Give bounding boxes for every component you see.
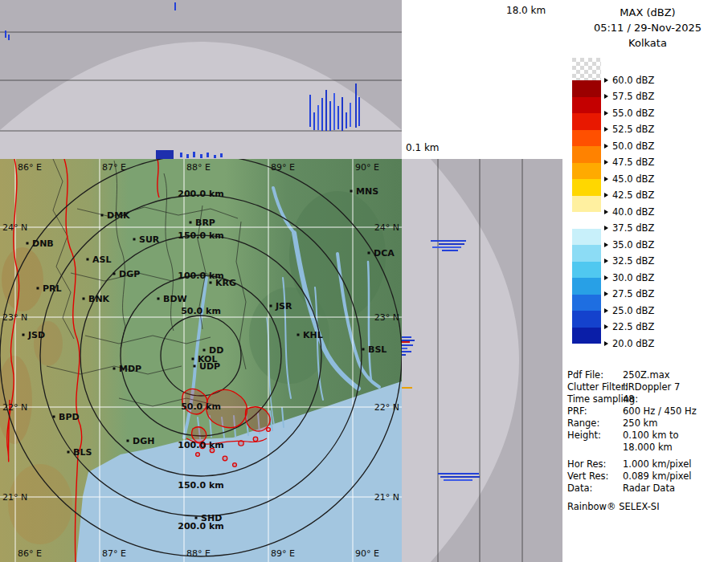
lon-label: 88° E bbox=[186, 548, 211, 559]
height-axis-max-label: 18.0 km bbox=[506, 5, 546, 16]
product-info: Pdf File:250Z.maxClutter Filter:IIRDoppl… bbox=[567, 369, 728, 512]
lon-label: 89° E bbox=[271, 162, 295, 173]
legend-label: 20.0 dBZ bbox=[612, 338, 654, 349]
xz-cross-section-graphic bbox=[0, 0, 402, 159]
info-label: Hor Res: bbox=[567, 458, 606, 470]
radar-map: 86° E86° E87° E87° E88° E88° E89° E89° E… bbox=[0, 159, 402, 562]
info-label: Pdf File: bbox=[567, 369, 603, 381]
city-marker bbox=[195, 517, 198, 519]
lat-label: 22° N bbox=[374, 402, 399, 413]
city-marker bbox=[190, 222, 192, 224]
legend-swatch bbox=[572, 278, 601, 295]
legend-swatch bbox=[572, 113, 601, 130]
product-datetime: 05:11 / 29-Nov-2025 bbox=[567, 20, 728, 35]
city-marker bbox=[83, 298, 85, 300]
lat-label: 23° N bbox=[2, 312, 27, 323]
city-label: MNS bbox=[356, 186, 378, 197]
city-marker bbox=[133, 238, 136, 241]
city-label: DCA bbox=[374, 248, 395, 259]
city-marker bbox=[368, 252, 370, 255]
lon-label: 87° E bbox=[102, 548, 126, 559]
tick-arrow-icon bbox=[604, 94, 608, 99]
info-value: 0.089 km/pixel bbox=[623, 470, 692, 482]
city-label: MDP bbox=[119, 364, 141, 374]
legend-label: 45.0 dBZ bbox=[612, 173, 654, 185]
lat-label: 21° N bbox=[2, 492, 27, 503]
city-label: KRG bbox=[215, 278, 236, 288]
city-label: DGP bbox=[119, 269, 140, 279]
legend-label: 50.0 dBZ bbox=[612, 140, 654, 152]
info-row: Height:0.100 km to bbox=[567, 430, 728, 442]
info-value: Radar Data bbox=[623, 483, 675, 494]
city-label: DMK bbox=[107, 210, 130, 221]
city-marker bbox=[127, 440, 129, 442]
city-marker bbox=[270, 305, 272, 307]
info-row: Data:Radar Data bbox=[567, 483, 728, 495]
legend-label: 25.0 dBZ bbox=[612, 305, 654, 316]
tick-arrow-icon bbox=[604, 324, 608, 329]
info-label: Vert Res: bbox=[567, 470, 608, 482]
city-label: BDW bbox=[163, 294, 187, 304]
lat-label: 22° N bbox=[2, 402, 27, 413]
tick-arrow-icon bbox=[604, 226, 608, 230]
info-value: 1.000 km/pixel bbox=[623, 458, 692, 470]
legend-panel: MAX (dBZ) 05:11 / 29-Nov-2025 Kolkata 60… bbox=[567, 0, 728, 562]
info-row: 18.000 km bbox=[567, 442, 728, 454]
tick-arrow-icon bbox=[604, 259, 608, 263]
legend-label: 55.0 dBZ bbox=[612, 108, 654, 119]
radar-display-window: { "header": { "product": "MAX (dBZ)", "d… bbox=[0, 0, 728, 562]
lon-label: 90° E bbox=[355, 548, 379, 559]
legend-swatch bbox=[572, 179, 601, 196]
city-marker bbox=[67, 451, 70, 454]
legend-label: 60.0 dBZ bbox=[612, 75, 654, 86]
range-ring-label: 150.0 km bbox=[178, 480, 223, 491]
info-label: Clutter Filter: bbox=[567, 381, 628, 393]
info-row: Time sampling:48 bbox=[567, 393, 728, 405]
city-marker bbox=[53, 416, 55, 418]
city-marker bbox=[27, 242, 29, 245]
city-label: DGH bbox=[133, 436, 154, 446]
city-label: BNK bbox=[88, 294, 110, 304]
city-marker bbox=[37, 287, 39, 290]
lon-label: 90° E bbox=[355, 162, 379, 173]
height-axis-min-label: 0.1 km bbox=[406, 142, 440, 153]
lon-label: 89° E bbox=[271, 548, 295, 559]
radar-map-graphic: 86° E86° E87° E87° E88° E88° E89° E89° E… bbox=[0, 159, 402, 562]
range-ring-label: 150.0 km bbox=[178, 230, 223, 241]
legend-swatch bbox=[572, 245, 601, 262]
tick-arrow-icon bbox=[604, 341, 608, 346]
city-label: BRP bbox=[195, 218, 215, 228]
city-marker bbox=[87, 259, 89, 261]
legend-swatch bbox=[572, 212, 601, 229]
tick-arrow-icon bbox=[604, 144, 608, 149]
city-marker bbox=[194, 365, 196, 368]
city-label: BLS bbox=[73, 447, 92, 458]
lon-label: 86° E bbox=[18, 162, 42, 173]
tick-arrow-icon bbox=[604, 275, 608, 280]
info-value: 48 bbox=[623, 393, 635, 405]
product-info-rows: Pdf File:250Z.maxClutter Filter:IIRDoppl… bbox=[567, 369, 728, 495]
city-label: JSD bbox=[27, 330, 45, 340]
range-ring-label: 50.0 km bbox=[181, 401, 221, 412]
city-marker bbox=[192, 358, 194, 360]
city-label: KHL bbox=[303, 330, 323, 340]
info-value: 250 km bbox=[623, 417, 657, 429]
tick-arrow-icon bbox=[604, 291, 608, 296]
range-ring-label: 200.0 km bbox=[178, 189, 223, 199]
info-row: Pdf File:250Z.max bbox=[567, 369, 728, 381]
city-marker bbox=[203, 349, 206, 352]
range-ring-label: 100.0 km bbox=[178, 440, 223, 450]
tick-arrow-icon bbox=[604, 160, 608, 165]
legend-swatch bbox=[572, 311, 601, 328]
city-marker bbox=[362, 348, 365, 351]
lon-label: 88° E bbox=[186, 162, 211, 173]
info-label: PRF: bbox=[567, 405, 587, 417]
city-marker bbox=[297, 334, 300, 336]
info-label: Data: bbox=[567, 483, 592, 494]
city-marker bbox=[113, 368, 116, 370]
lat-label: 21° N bbox=[374, 492, 399, 503]
city-marker bbox=[157, 298, 160, 300]
city-label: BPD bbox=[59, 412, 80, 422]
info-row: Hor Res:1.000 km/pixel bbox=[567, 458, 728, 470]
tick-arrow-icon bbox=[604, 127, 608, 132]
